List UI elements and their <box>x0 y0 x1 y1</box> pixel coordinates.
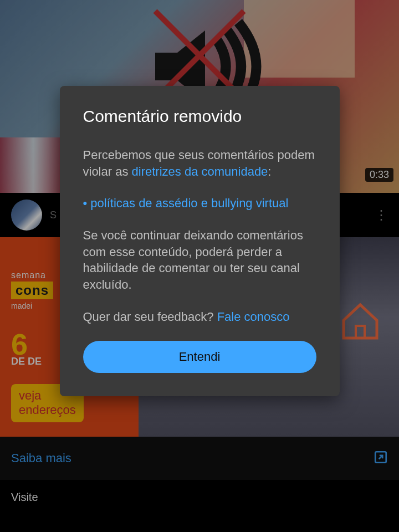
community-guidelines-link[interactable]: diretrizes da comunidade <box>132 165 268 178</box>
modal-title: Comentário removido <box>83 107 316 126</box>
modal-bullet: • políticas de assédio e bullying virtua… <box>83 195 316 212</box>
comment-removed-modal: Comentário removido Percebemos que seus … <box>60 86 340 396</box>
modal-paragraph-1: Percebemos que seus comentários podem vi… <box>83 147 316 180</box>
modal-paragraph-3: Quer dar seu feedback? Fale conosco <box>83 309 316 325</box>
modal-body: Percebemos que seus comentários podem vi… <box>83 147 316 325</box>
modal-overlay: Comentário removido Percebemos que seus … <box>0 0 399 532</box>
harassment-policy-link[interactable]: • políticas de assédio e bullying virtua… <box>83 196 289 210</box>
modal-paragraph-2: Se você continuar deixando comentários c… <box>83 227 316 293</box>
understood-button[interactable]: Entendi <box>83 341 316 373</box>
contact-us-link[interactable]: Fale conosco <box>217 310 290 324</box>
